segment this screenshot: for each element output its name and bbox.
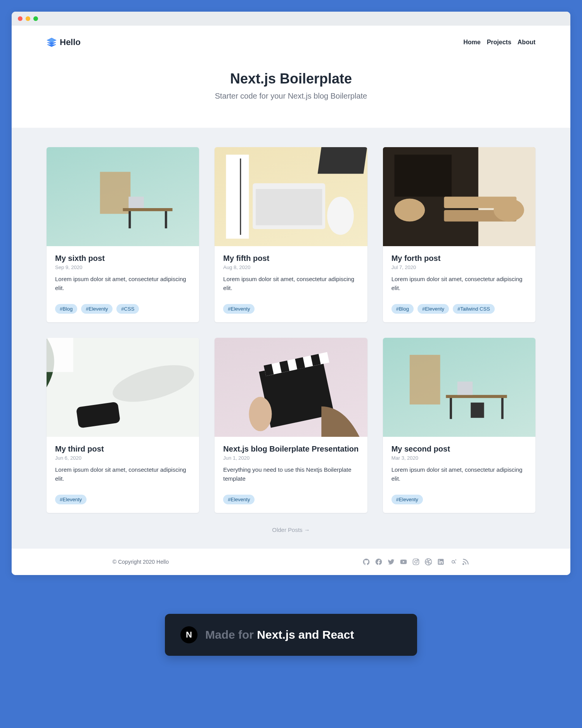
post-body: My sixth post Sep 9, 2020 Lorem ipsum do…	[47, 246, 199, 322]
maximize-window-icon[interactable]	[33, 16, 38, 21]
nav-about[interactable]: About	[518, 39, 535, 46]
svg-rect-0	[100, 172, 131, 214]
svg-point-16	[394, 198, 425, 221]
post-title: Next.js blog Boilerplate Presentation	[223, 445, 359, 453]
post-body: My forth post Jul 7, 2020 Lorem ipsum do…	[383, 246, 535, 322]
post-date: Jul 7, 2020	[391, 264, 527, 270]
tag[interactable]: #Eleventy	[417, 304, 449, 314]
svg-point-39	[452, 561, 455, 563]
nav-home[interactable]: Home	[463, 39, 480, 46]
svg-point-36	[415, 561, 417, 563]
svg-rect-1	[123, 208, 173, 211]
svg-rect-12	[394, 155, 452, 196]
post-image	[47, 147, 199, 246]
svg-rect-4	[165, 211, 167, 228]
tag[interactable]: #CSS	[116, 304, 139, 314]
svg-rect-9	[226, 155, 249, 238]
svg-point-28	[249, 397, 272, 431]
footer: © Copyright 2020 Hello	[12, 549, 570, 575]
post-date: Mar 3, 2020	[391, 455, 527, 461]
post-title: My sixth post	[55, 254, 191, 263]
linkedin-icon[interactable]	[437, 558, 445, 566]
badge-prefix: Made for	[205, 628, 257, 641]
tag[interactable]: #Eleventy	[223, 304, 255, 314]
post-title: My fifth post	[223, 254, 359, 263]
window-titlebar	[12, 12, 570, 26]
facebook-icon[interactable]	[375, 558, 383, 566]
post-image	[383, 147, 535, 246]
post-card[interactable]: My sixth post Sep 9, 2020 Lorem ipsum do…	[47, 147, 199, 322]
nav-projects[interactable]: Projects	[487, 39, 511, 46]
post-tags: #Blog #Eleventy #CSS	[55, 304, 191, 314]
posts-section: My sixth post Sep 9, 2020 Lorem ipsum do…	[12, 128, 570, 549]
page-subtitle: Starter code for your Next.js blog Boile…	[12, 92, 570, 101]
post-image	[215, 147, 367, 246]
post-title: My second post	[391, 445, 527, 453]
hero: Next.js Boilerplate Starter code for you…	[12, 51, 570, 128]
page-title: Next.js Boilerplate	[12, 71, 570, 87]
tag[interactable]: #Eleventy	[223, 495, 255, 504]
post-excerpt: Lorem ipsum dolor sit amet, consectetur …	[223, 275, 359, 292]
svg-rect-33	[501, 398, 503, 419]
copyright: © Copyright 2020 Hello	[113, 559, 169, 565]
post-card[interactable]: My forth post Jul 7, 2020 Lorem ipsum do…	[383, 147, 535, 322]
post-card[interactable]: My third post Jun 6, 2020 Lorem ipsum do…	[47, 338, 199, 513]
post-tags: #Eleventy	[391, 495, 527, 504]
badge-suffix: Next.js and React	[257, 628, 354, 641]
post-body: My second post Mar 3, 2020 Lorem ipsum d…	[383, 437, 535, 513]
brand[interactable]: Hello	[47, 37, 81, 47]
dribbble-icon[interactable]	[424, 558, 432, 566]
older-posts-link[interactable]: Older Posts →	[47, 526, 535, 533]
tag[interactable]: #Blog	[391, 304, 414, 314]
svg-rect-6	[256, 189, 322, 225]
svg-rect-3	[128, 211, 131, 228]
header: Hello Home Projects About	[12, 26, 570, 51]
nav: Home Projects About	[463, 39, 535, 46]
post-tags: #Blog #Eleventy #Tailwind CSS	[391, 304, 527, 314]
tag[interactable]: #Eleventy	[81, 304, 113, 314]
svg-rect-2	[128, 197, 144, 208]
svg-rect-30	[446, 395, 507, 398]
browser-window: Hello Home Projects About Next.js Boiler…	[12, 12, 570, 575]
post-excerpt: Lorem ipsum dolor sit amet, consectetur …	[55, 275, 191, 292]
mastodon-icon[interactable]	[449, 558, 457, 566]
post-excerpt: Lorem ipsum dolor sit amet, consectetur …	[391, 275, 527, 292]
post-body: My third post Jun 6, 2020 Lorem ipsum do…	[47, 437, 199, 513]
post-tags: #Eleventy	[55, 495, 191, 504]
tag[interactable]: #Tailwind CSS	[453, 304, 495, 314]
post-excerpt: Lorem ipsum dolor sit amet, consectetur …	[391, 466, 527, 483]
tag[interactable]: #Blog	[55, 304, 77, 314]
post-card[interactable]: My fifth post Aug 8, 2020 Lorem ipsum do…	[215, 147, 367, 322]
rss-icon[interactable]	[462, 558, 469, 566]
twitter-icon[interactable]	[387, 558, 395, 566]
instagram-icon[interactable]	[412, 558, 420, 566]
svg-rect-19	[47, 338, 73, 372]
post-date: Sep 9, 2020	[55, 264, 191, 270]
posts-grid: My sixth post Sep 9, 2020 Lorem ipsum do…	[47, 147, 535, 513]
badge-text: Made for Next.js and React	[205, 628, 354, 641]
youtube-icon[interactable]	[400, 558, 407, 566]
made-for-badge: N Made for Next.js and React	[165, 614, 417, 656]
svg-rect-34	[471, 403, 484, 418]
minimize-window-icon[interactable]	[26, 16, 30, 21]
post-body: My fifth post Aug 8, 2020 Lorem ipsum do…	[215, 246, 367, 322]
github-icon[interactable]	[362, 558, 370, 566]
post-excerpt: Lorem ipsum dolor sit amet, consectetur …	[55, 466, 191, 483]
svg-rect-29	[409, 355, 440, 405]
post-card[interactable]: My second post Mar 3, 2020 Lorem ipsum d…	[383, 338, 535, 513]
post-body: Next.js blog Boilerplate Presentation Ju…	[215, 437, 367, 513]
social-links	[362, 558, 469, 566]
post-image	[47, 338, 199, 437]
close-window-icon[interactable]	[18, 16, 23, 21]
tag[interactable]: #Eleventy	[55, 495, 87, 504]
nextjs-logo-icon: N	[180, 626, 197, 643]
post-excerpt: Everything you need to use this Nextjs B…	[223, 466, 359, 483]
post-title: My forth post	[391, 254, 527, 263]
svg-point-40	[463, 564, 464, 565]
nextjs-logo-letter: N	[186, 630, 192, 640]
svg-rect-31	[457, 382, 472, 395]
tag[interactable]: #Eleventy	[391, 495, 423, 504]
post-date: Jun 6, 2020	[55, 455, 191, 461]
post-card[interactable]: Next.js blog Boilerplate Presentation Ju…	[215, 338, 367, 513]
post-title: My third post	[55, 445, 191, 453]
